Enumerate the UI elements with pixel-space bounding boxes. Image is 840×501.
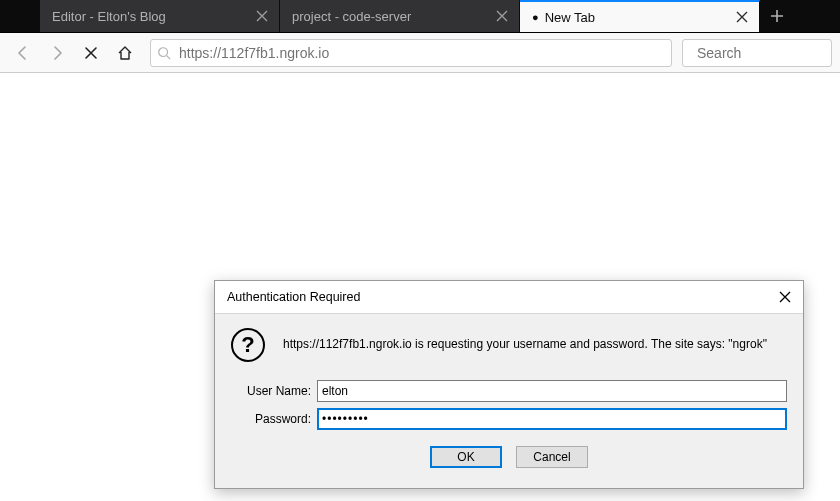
ok-button[interactable]: OK <box>430 446 502 468</box>
tab-editor[interactable]: Editor - Elton's Blog <box>40 0 280 32</box>
forward-button[interactable] <box>42 38 72 68</box>
question-icon: ? <box>231 328 265 362</box>
close-icon[interactable] <box>733 8 751 26</box>
username-label: User Name: <box>231 384 317 398</box>
tab-strip: Editor - Elton's Blog project - code-ser… <box>0 0 840 33</box>
tab-label: project - code-server <box>292 9 493 24</box>
tab-code-server[interactable]: project - code-server <box>280 0 520 32</box>
dialog-message: https://112f7fb1.ngrok.io is requesting … <box>283 337 767 353</box>
password-input[interactable] <box>317 408 787 430</box>
close-icon[interactable] <box>493 7 511 25</box>
dialog-close-button[interactable] <box>775 287 795 307</box>
dialog-title-text: Authentication Required <box>227 290 360 304</box>
url-input[interactable] <box>177 44 665 62</box>
tab-new-tab[interactable]: ● New Tab <box>520 0 760 32</box>
stop-button[interactable] <box>76 38 106 68</box>
search-input[interactable] <box>695 44 840 62</box>
back-button[interactable] <box>8 38 38 68</box>
nav-toolbar <box>0 33 840 73</box>
close-icon[interactable] <box>253 7 271 25</box>
search-bar[interactable] <box>682 39 832 67</box>
tab-label: Editor - Elton's Blog <box>52 9 253 24</box>
new-tab-button[interactable] <box>760 0 794 32</box>
cancel-button[interactable]: Cancel <box>516 446 588 468</box>
search-icon <box>157 46 171 60</box>
tab-label: New Tab <box>545 10 733 25</box>
password-label: Password: <box>231 412 317 426</box>
auth-dialog: Authentication Required ? https://112f7f… <box>214 280 804 489</box>
dialog-body: ? https://112f7fb1.ngrok.io is requestin… <box>215 314 803 488</box>
unread-indicator-icon: ● <box>532 11 539 23</box>
username-input[interactable] <box>317 380 787 402</box>
tab-strip-spacer <box>0 0 40 32</box>
dialog-titlebar: Authentication Required <box>215 281 803 314</box>
svg-point-0 <box>159 47 168 56</box>
url-bar[interactable] <box>150 39 672 67</box>
home-button[interactable] <box>110 38 140 68</box>
